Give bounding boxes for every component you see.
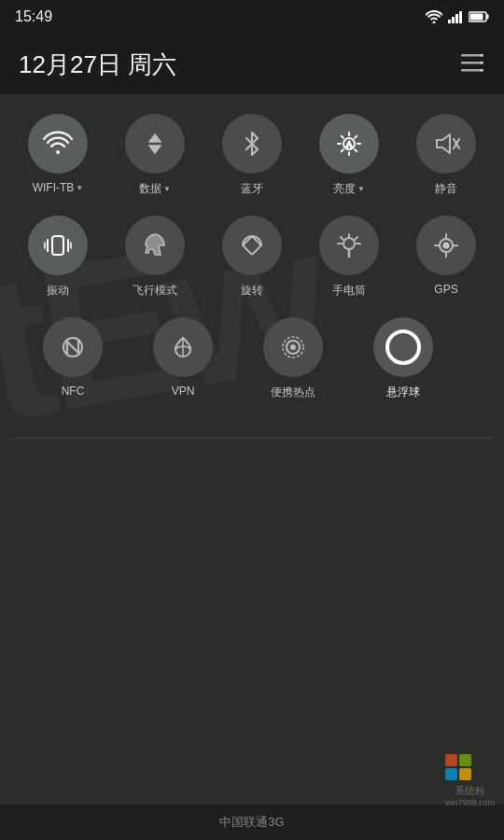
mute-icon-circle xyxy=(416,114,476,174)
mute-toggle[interactable]: 静音 xyxy=(401,114,491,197)
vibrate-icon-circle xyxy=(28,216,88,275)
data-label: 数据▼ xyxy=(139,181,171,197)
svg-rect-2 xyxy=(455,14,458,23)
bluetooth-toggle[interactable]: 蓝牙 xyxy=(207,114,297,197)
floatball-toggle[interactable]: 悬浮球 xyxy=(358,317,448,400)
floatball-icon-circle xyxy=(373,317,433,377)
nfc-icon xyxy=(58,332,88,362)
vibrate-toggle[interactable]: 振动 xyxy=(13,216,103,299)
logo-watermark: 系统粉 win7999.com xyxy=(445,754,495,807)
bluetooth-icon xyxy=(237,129,267,159)
vibrate-label: 振动 xyxy=(47,283,69,299)
svg-line-22 xyxy=(342,149,343,151)
svg-line-36 xyxy=(356,237,358,240)
svg-text:A: A xyxy=(346,140,352,149)
bottom-area: 系统粉 win7999.com 中国联通3G xyxy=(0,805,504,840)
svg-point-32 xyxy=(343,238,355,249)
hotspot-icon-circle xyxy=(263,317,323,377)
flashlight-icon-circle xyxy=(319,216,379,275)
nfc-toggle[interactable]: NFC xyxy=(28,317,118,400)
rotate-icon-circle xyxy=(222,216,282,275)
flashlight-icon xyxy=(334,231,364,260)
svg-rect-9 xyxy=(461,69,483,72)
bluetooth-label: 蓝牙 xyxy=(241,181,263,197)
svg-point-11 xyxy=(481,61,483,63)
gps-label: GPS xyxy=(434,283,457,296)
data-icon xyxy=(140,129,170,159)
menu-icon[interactable] xyxy=(459,52,485,78)
airplane-toggle[interactable]: 飞行模式 xyxy=(110,216,200,299)
svg-point-13 xyxy=(56,150,60,154)
mute-label: 静音 xyxy=(435,181,457,197)
data-toggle[interactable]: 数据▼ xyxy=(110,114,200,197)
separator xyxy=(9,438,495,439)
quick-settings: WIFI-TB▼ 数据▼ 蓝牙 xyxy=(0,95,504,438)
nfc-label: NFC xyxy=(62,385,85,398)
bluetooth-icon-circle xyxy=(222,114,282,174)
svg-rect-26 xyxy=(52,236,63,255)
date-header: 12月27日 周六 xyxy=(0,34,504,95)
svg-rect-1 xyxy=(452,17,455,23)
brightness-toggle[interactable]: A 亮度▼ xyxy=(304,114,394,197)
brightness-icon-circle: A xyxy=(319,114,379,174)
vpn-label: VPN xyxy=(172,385,195,398)
airplane-label: 飞行模式 xyxy=(133,283,177,299)
svg-rect-8 xyxy=(461,62,483,64)
svg-rect-6 xyxy=(470,14,483,21)
flashlight-toggle[interactable]: 手电筒 xyxy=(304,216,394,299)
mute-icon xyxy=(431,129,461,159)
ms-logo-red xyxy=(445,754,457,766)
floatball-label: 悬浮球 xyxy=(386,385,420,400)
floatball-icon xyxy=(385,329,421,365)
ms-logo-green xyxy=(459,754,471,766)
status-time: 15:49 xyxy=(15,8,52,25)
hotspot-label: 便携热点 xyxy=(271,385,315,400)
svg-point-40 xyxy=(444,244,449,248)
ms-logo-blue xyxy=(445,768,457,780)
hotspot-toggle[interactable]: 便携热点 xyxy=(248,317,338,400)
gps-toggle[interactable]: GPS xyxy=(401,216,491,299)
gps-icon-circle xyxy=(416,216,476,275)
vpn-icon-circle xyxy=(153,317,213,377)
battery-status-icon xyxy=(469,11,489,22)
flashlight-label: 手电筒 xyxy=(332,283,366,299)
status-icons xyxy=(426,10,489,23)
svg-line-19 xyxy=(342,136,343,138)
rotate-toggle[interactable]: 旋转 xyxy=(207,216,297,299)
nfc-icon-circle xyxy=(43,317,103,377)
svg-point-12 xyxy=(481,68,483,71)
svg-point-47 xyxy=(290,344,296,350)
svg-rect-7 xyxy=(461,54,483,57)
svg-point-10 xyxy=(481,53,483,56)
wifi-icon-circle xyxy=(28,114,88,174)
quick-settings-row-1: WIFI-TB▼ 数据▼ 蓝牙 xyxy=(9,114,495,197)
gps-icon xyxy=(431,231,461,260)
date-text: 12月27日 周六 xyxy=(19,49,176,81)
ms-logo-yellow xyxy=(459,768,471,780)
quick-settings-row-3: NFC VPN xyxy=(9,317,495,400)
airplane-icon-circle xyxy=(125,216,185,275)
vpn-icon xyxy=(168,332,198,362)
wifi-icon xyxy=(43,129,73,159)
wifi-toggle[interactable]: WIFI-TB▼ xyxy=(13,114,103,197)
rotate-label: 旋转 xyxy=(241,283,263,299)
svg-line-20 xyxy=(355,149,357,151)
quick-settings-row-2: 振动 飞行模式 旋转 xyxy=(9,216,495,299)
carrier-text: 中国联通3G xyxy=(0,805,504,840)
status-bar: 15:49 xyxy=(0,0,504,34)
vibrate-icon xyxy=(43,231,73,260)
brightness-icon: A xyxy=(334,129,364,159)
vpn-toggle[interactable]: VPN xyxy=(138,317,228,400)
wifi-status-icon xyxy=(426,10,442,23)
rotate-icon xyxy=(237,231,267,260)
data-icon-circle xyxy=(125,114,185,174)
svg-line-21 xyxy=(355,136,357,138)
brightness-label: 亮度▼ xyxy=(333,181,365,197)
website-text: win7999.com xyxy=(445,798,495,807)
logo-text: 系统粉 xyxy=(445,784,495,798)
svg-rect-3 xyxy=(459,11,462,23)
ms-logo-grid xyxy=(445,754,471,780)
svg-rect-5 xyxy=(487,15,489,20)
hotspot-icon xyxy=(278,332,308,362)
wifi-label: WIFI-TB▼ xyxy=(33,181,84,194)
